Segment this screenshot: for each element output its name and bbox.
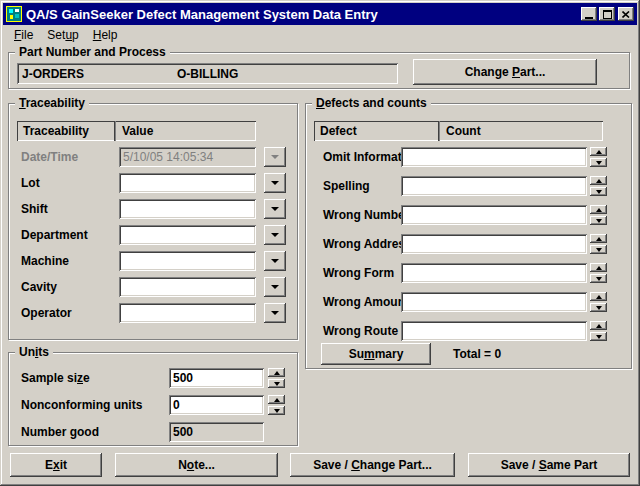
spin-up-button[interactable] (590, 263, 607, 272)
change-part-button[interactable]: Change Part... (413, 59, 597, 85)
defect-spinner-wrong-form (590, 263, 607, 283)
traceability-group-label: Traceability (15, 96, 89, 110)
defect-count-wrong-number[interactable] (401, 205, 587, 225)
defect-spinner-wrong-number (590, 205, 607, 225)
defects-header-col1: Defect (314, 121, 439, 141)
defect-spinner-wrong-route (590, 321, 607, 341)
traceability-dropdown-department[interactable] (264, 225, 286, 245)
defect-count-spelling[interactable] (401, 176, 587, 196)
note-button[interactable]: Note... (115, 453, 278, 477)
spin-down-button[interactable] (590, 274, 607, 283)
defect-label-wrong-amount: Wrong Amount (323, 292, 409, 312)
chevron-down-icon (271, 181, 279, 185)
traceability-field-lot[interactable] (119, 173, 256, 193)
defect-label-wrong-number: Wrong Number (323, 205, 409, 225)
process-value: O-BILLING (177, 67, 238, 81)
menu-bar: File Setup Help (3, 25, 637, 45)
traceability-field-shift[interactable] (119, 199, 256, 219)
minimize-icon (585, 17, 593, 19)
spin-up-button[interactable] (590, 321, 607, 330)
traceability-field-department[interactable] (119, 225, 256, 245)
arrow-up-icon (596, 324, 602, 328)
spin-up-button[interactable] (590, 205, 607, 214)
traceability-field-datetime (119, 147, 256, 167)
units-group-label: Units (15, 345, 53, 359)
total-label: Total = 0 (453, 347, 501, 361)
defect-count-wrong-address[interactable] (401, 234, 587, 254)
traceability-label-datetime: Date/Time (21, 147, 78, 167)
traceability-field-machine[interactable] (119, 251, 256, 271)
spin-up-button[interactable] (590, 176, 607, 185)
app-icon (6, 6, 22, 22)
spin-down-button[interactable] (268, 379, 285, 388)
spin-down-button[interactable] (268, 406, 285, 415)
traceability-header-col1: Traceability (17, 121, 115, 141)
exit-button[interactable]: Exit (10, 453, 102, 477)
nonconforming-units-spinner (268, 395, 285, 415)
defect-label-spelling: Spelling (323, 176, 370, 196)
menu-file[interactable]: File (7, 26, 40, 44)
arrow-down-icon (596, 161, 602, 165)
menu-help[interactable]: Help (86, 26, 125, 44)
chevron-down-icon (271, 285, 279, 289)
chevron-down-icon (271, 259, 279, 263)
save-same-part-button[interactable]: Save / Same Part (468, 453, 630, 477)
defect-spinner-spelling (590, 176, 607, 196)
spin-up-button[interactable] (590, 147, 607, 156)
traceability-field-cavity[interactable] (119, 277, 256, 297)
defects-group-label: Defects and counts (312, 96, 431, 110)
spin-down-button[interactable] (590, 187, 607, 196)
arrow-down-icon (596, 306, 602, 310)
defect-count-omit-information[interactable] (401, 147, 587, 167)
spin-down-button[interactable] (590, 216, 607, 225)
arrow-up-icon (596, 179, 602, 183)
defect-count-wrong-route[interactable] (401, 321, 587, 341)
maximize-button[interactable] (599, 7, 615, 21)
summary-button[interactable]: Summary (321, 343, 431, 365)
spin-up-button[interactable] (268, 368, 285, 377)
sample-size-field[interactable] (169, 368, 264, 388)
part-group-label: Part Number and Process (15, 45, 170, 59)
arrow-down-icon (596, 190, 602, 194)
traceability-label-shift: Shift (21, 199, 48, 219)
traceability-dropdown-lot[interactable] (264, 173, 286, 193)
spin-down-button[interactable] (590, 158, 607, 167)
traceability-dropdown-datetime (264, 147, 286, 167)
spin-up-button[interactable] (590, 234, 607, 243)
arrow-up-icon (596, 237, 602, 241)
close-icon (622, 11, 630, 18)
defects-table-header: Defect Count (314, 121, 603, 141)
traceability-dropdown-shift[interactable] (264, 199, 286, 219)
save-change-part-button[interactable]: Save / Change Part... (290, 453, 455, 477)
traceability-field-operator[interactable] (119, 303, 256, 323)
maximize-icon (603, 10, 612, 19)
defect-count-wrong-amount[interactable] (401, 292, 587, 312)
defect-spinner-wrong-amount (590, 292, 607, 312)
spin-down-button[interactable] (590, 303, 607, 312)
defect-label-wrong-form: Wrong Form (323, 263, 394, 283)
traceability-label-cavity: Cavity (21, 277, 57, 297)
spin-up-button[interactable] (268, 395, 285, 404)
arrow-up-icon (596, 150, 602, 154)
spin-up-button[interactable] (590, 292, 607, 301)
chevron-down-icon (271, 311, 279, 315)
defect-spinner-omit-information (590, 147, 607, 167)
number-good-label: Number good (21, 422, 99, 442)
menu-setup[interactable]: Setup (40, 26, 85, 44)
spin-down-button[interactable] (590, 332, 607, 341)
close-button[interactable] (618, 7, 634, 21)
nonconforming-units-field[interactable] (169, 395, 264, 415)
minimize-button[interactable] (581, 7, 597, 21)
traceability-dropdown-operator[interactable] (264, 303, 286, 323)
traceability-dropdown-machine[interactable] (264, 251, 286, 271)
window-title: QA/S GainSeeker Defect Management System… (26, 7, 579, 22)
part-number-value: J-ORDERS (22, 67, 84, 81)
traceability-dropdown-cavity[interactable] (264, 277, 286, 297)
defect-count-wrong-form[interactable] (401, 263, 587, 283)
arrow-down-icon (274, 409, 280, 413)
traceability-table-header: Traceability Value (17, 121, 256, 141)
traceability-label-department: Department (21, 225, 88, 245)
traceability-group: Traceability Traceability Value Date/Tim… (8, 103, 298, 340)
traceability-header-col2: Value (115, 121, 256, 141)
spin-down-button[interactable] (590, 245, 607, 254)
